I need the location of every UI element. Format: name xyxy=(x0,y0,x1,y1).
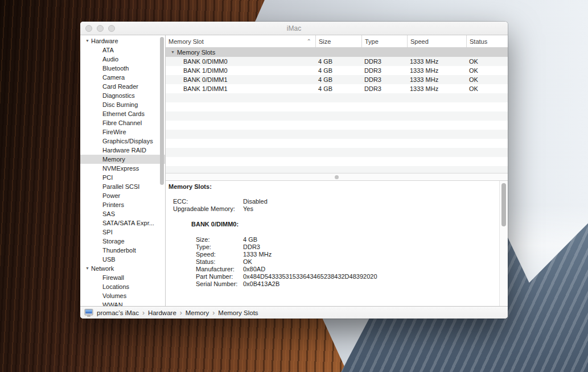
sidebar-item-disc-burning[interactable]: Disc Burning xyxy=(80,100,165,109)
sidebar-item-bluetooth[interactable]: Bluetooth xyxy=(80,64,165,73)
sidebar-item-label: Graphics/Displays xyxy=(102,137,153,146)
sidebar-item-ata[interactable]: ATA xyxy=(80,46,165,55)
details-scrollbar-track[interactable] xyxy=(499,181,508,306)
detail-field-speed: Speed:1333 MHz xyxy=(196,251,508,258)
sidebar-item-audio[interactable]: Audio xyxy=(80,55,165,64)
detail-field-value: Yes xyxy=(243,205,253,213)
column-header-size[interactable]: Size xyxy=(315,35,361,47)
detail-field-label: Size: xyxy=(196,236,243,243)
sidebar-item-volumes[interactable]: Volumes xyxy=(80,291,165,300)
sidebar-item-label: SPI xyxy=(102,228,113,237)
sidebar-item-label: FireWire xyxy=(102,127,126,137)
details-pane: Memory Slots: ECC:DisabledUpgradeable Me… xyxy=(166,181,508,306)
table-row-bank-0-dimm0[interactable]: BANK 0/DIMM04 GBDDR31333 MHzOK xyxy=(166,57,508,66)
sidebar-item-firewall[interactable]: Firewall xyxy=(80,273,165,282)
sidebar-item-label: Thunderbolt xyxy=(102,246,136,255)
detail-field-part-number: Part Number:0x484D5433353153364346523843… xyxy=(196,273,508,280)
sidebar-item-label: PCI xyxy=(102,173,113,182)
detail-field-type: Type:DDR3 xyxy=(196,243,508,251)
details-title: Memory Slots: xyxy=(168,183,508,191)
detail-field-status: Status:OK xyxy=(196,258,508,266)
table-row-bank-0-dimm1[interactable]: BANK 0/DIMM14 GBDDR31333 MHzOK xyxy=(166,75,508,84)
zoom-button[interactable] xyxy=(108,25,115,32)
sidebar-item-label: Card Reader xyxy=(102,82,138,91)
breadcrumb-item-memory-slots: Memory Slots xyxy=(218,309,258,316)
table-cell: OK xyxy=(466,66,508,75)
table-row-bank-1-dimm0[interactable]: BANK 1/DIMM04 GBDDR31333 MHzOK xyxy=(166,66,508,75)
table-group-row-memory-slots[interactable]: ▼ Memory Slots xyxy=(166,48,508,57)
column-header-memory-slot[interactable]: Memory Slot ⌃ xyxy=(166,35,315,47)
details-scrollbar-thumb[interactable] xyxy=(501,183,506,226)
column-header-label: Type xyxy=(365,38,379,45)
splitter-handle-icon[interactable] xyxy=(335,175,339,179)
sidebar-item-label: Bluetooth xyxy=(102,64,129,73)
sidebar-item-sas[interactable]: SAS xyxy=(80,209,165,218)
disclosure-triangle-icon[interactable]: ▼ xyxy=(85,36,89,46)
table-cell: 4 GB xyxy=(315,57,361,66)
table-cell: BANK 1/DIMM0 xyxy=(166,66,315,75)
column-header-label: Status xyxy=(470,38,487,45)
details-bank-fields: Size:4 GBType:DDR3Speed:1333 MHzStatus:O… xyxy=(166,236,508,288)
close-button[interactable] xyxy=(85,25,92,32)
sidebar-item-label: WWAN xyxy=(102,300,123,306)
sidebar-scrollbar-thumb[interactable] xyxy=(160,37,164,185)
titlebar[interactable]: iMac xyxy=(80,22,508,35)
sidebar-item-label: Audio xyxy=(102,55,118,64)
sidebar-item-camera[interactable]: Camera xyxy=(80,73,165,82)
column-header-speed[interactable]: Speed xyxy=(407,35,466,47)
table-cell: OK xyxy=(466,84,508,93)
sidebar-item-label: NVMExpress xyxy=(102,164,139,173)
table-cell: 1333 MHz xyxy=(407,66,466,75)
sidebar-item-label: SAS xyxy=(102,209,115,218)
sidebar-item-pci[interactable]: PCI xyxy=(80,173,165,182)
sidebar-item-label: ATA xyxy=(102,46,114,55)
sidebar-item-card-reader[interactable]: Card Reader xyxy=(80,82,165,91)
sidebar-item-ethernet-cards[interactable]: Ethernet Cards xyxy=(80,109,165,118)
sidebar-item-parallel-scsi[interactable]: Parallel SCSI xyxy=(80,182,165,191)
breadcrumb-item-promac-s-imac: promac’s iMac xyxy=(97,309,139,316)
sidebar-item-locations[interactable]: Locations xyxy=(80,282,165,291)
detail-field-label: Upgradeable Memory: xyxy=(173,205,243,213)
sidebar-item-spi[interactable]: SPI xyxy=(80,228,165,237)
sidebar-item-nvmexpress[interactable]: NVMExpress xyxy=(80,164,165,173)
disclosure-triangle-icon[interactable]: ▼ xyxy=(85,264,89,273)
sidebar-item-thunderbolt[interactable]: Thunderbolt xyxy=(80,246,165,255)
sidebar-item-wwan[interactable]: WWAN xyxy=(80,300,165,306)
sidebar-item-usb[interactable]: USB xyxy=(80,255,165,264)
table-header: Memory Slot ⌃ Size Type Speed Status xyxy=(166,35,508,48)
sidebar-item-network[interactable]: ▼Network xyxy=(80,264,165,273)
sidebar-item-firewire[interactable]: FireWire xyxy=(80,127,165,137)
sidebar-item-sata-sata-expr[interactable]: SATA/SATA Expr... xyxy=(80,218,165,228)
sidebar-item-fibre-channel[interactable]: Fibre Channel xyxy=(80,118,165,127)
pane-splitter[interactable] xyxy=(166,173,508,181)
traffic-lights xyxy=(85,25,115,32)
sidebar-item-label: SATA/SATA Expr... xyxy=(102,218,154,228)
table-cell: 1333 MHz xyxy=(407,57,466,66)
sidebar-list: ▼HardwareATAAudioBluetoothCameraCard Rea… xyxy=(80,36,165,306)
sidebar-item-memory[interactable]: Memory xyxy=(80,155,165,164)
minimize-button[interactable] xyxy=(97,25,104,32)
sidebar-item-hardware[interactable]: ▼Hardware xyxy=(80,36,165,46)
column-header-type[interactable]: Type xyxy=(361,35,407,47)
column-header-status[interactable]: Status xyxy=(466,35,508,47)
table-row-bank-1-dimm1[interactable]: BANK 1/DIMM14 GBDDR31333 MHzOK xyxy=(166,84,508,93)
detail-field-ecc: ECC:Disabled xyxy=(173,198,508,205)
sidebar-item-storage[interactable]: Storage xyxy=(80,237,165,246)
sidebar-item-hardware-raid[interactable]: Hardware RAID xyxy=(80,146,165,155)
sidebar-item-label: Hardware RAID xyxy=(102,146,146,155)
table-cell: OK xyxy=(466,57,508,66)
table-cell: DDR3 xyxy=(361,57,407,66)
detail-field-value: 0x484D54333531533643465238432D48392020 xyxy=(243,273,377,280)
sidebar-item-diagnostics[interactable]: Diagnostics xyxy=(80,91,165,100)
sidebar-item-label: Network xyxy=(91,264,114,273)
disclosure-triangle-icon[interactable]: ▼ xyxy=(171,48,175,57)
table-cell: BANK 0/DIMM1 xyxy=(166,75,315,84)
sidebar-item-label: Storage xyxy=(102,237,125,246)
table-cell: 4 GB xyxy=(315,75,361,84)
sidebar-item-graphics-displays[interactable]: Graphics/Displays xyxy=(80,137,165,146)
table-cell: DDR3 xyxy=(361,66,407,75)
table-cell: 1333 MHz xyxy=(407,75,466,84)
breadcrumb-separator: › xyxy=(212,309,215,317)
sidebar-item-printers[interactable]: Printers xyxy=(80,200,165,209)
sidebar-item-power[interactable]: Power xyxy=(80,191,165,200)
